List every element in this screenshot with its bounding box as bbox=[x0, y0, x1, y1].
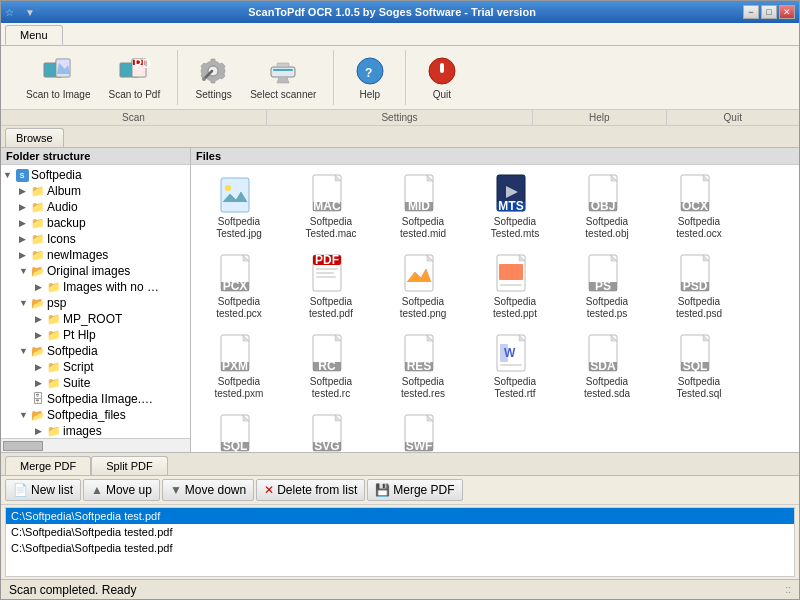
select-scanner-button[interactable]: Select scanner bbox=[241, 50, 325, 105]
window-controls: − □ ✕ bbox=[743, 5, 795, 19]
file-item[interactable]: RES Softpedia tested.res bbox=[379, 329, 467, 405]
file-item[interactable]: PS Softpedia tested.ps bbox=[563, 249, 651, 325]
file-item[interactable]: SWF Softpedia tested.swf bbox=[379, 409, 467, 452]
file-label: Softpedia tested.mid bbox=[384, 216, 462, 240]
file-label: Softpedia tested.sda bbox=[568, 376, 646, 400]
tree-arrow: ▶ bbox=[19, 234, 31, 244]
tree-item[interactable]: ▶ 📁 Pt Hlp bbox=[3, 327, 188, 343]
file-item[interactable]: W Softpedia Tested.rtf bbox=[471, 329, 559, 405]
file-label: Softpedia Tested.jpg bbox=[200, 216, 278, 240]
title-bar: ☆ ▼ ScanToPdf OCR 1.0.5 by Soges Softwar… bbox=[1, 1, 799, 23]
quit-icon bbox=[426, 55, 458, 87]
file-item[interactable]: SQL Softpedia Tested.sql bbox=[655, 329, 743, 405]
tree-item[interactable]: ▼ 📂 Original images bbox=[3, 263, 188, 279]
maximize-button[interactable]: □ bbox=[761, 5, 777, 19]
tree-item[interactable]: ▼ 📂 Softpedia bbox=[3, 343, 188, 359]
file-item[interactable]: MID Softpedia tested.mid bbox=[379, 169, 467, 245]
file-item[interactable]: Softpedia tested.png bbox=[379, 249, 467, 325]
merge-list: C:\Softpedia\Softpedia test.pdf C:\Softp… bbox=[5, 507, 795, 577]
file-item[interactable]: PDF Softpedia tested.pdf bbox=[287, 249, 375, 325]
tree-item[interactable]: ▶ 📁 Suite bbox=[3, 375, 188, 391]
move-down-button[interactable]: ▼ Move down bbox=[162, 479, 254, 501]
tree-item[interactable]: ▶ 📁 Audio bbox=[3, 199, 188, 215]
svg-rect-54 bbox=[500, 284, 522, 286]
file-item[interactable]: RC Softpedia tested.rc bbox=[287, 329, 375, 405]
files-pane: Files Softpedia Tested.jpg MAC Softpedia… bbox=[191, 148, 799, 452]
tree-item[interactable]: ▼ S Softpedia bbox=[3, 167, 188, 183]
file-label: Softpedia tested.ppt bbox=[476, 296, 554, 320]
close-button[interactable]: ✕ bbox=[779, 5, 795, 19]
file-item[interactable]: SVG Softpedia tested.svg bbox=[287, 409, 375, 452]
folder-icon: 📂 bbox=[31, 344, 45, 358]
toolbar-help-group: ? Help bbox=[334, 50, 406, 105]
settings-button[interactable]: Settings bbox=[186, 50, 241, 105]
new-list-button[interactable]: 📄 New list bbox=[5, 479, 81, 501]
file-label: Softpedia tested.pcx bbox=[200, 296, 278, 320]
tree-item[interactable]: 🗄 Softpedia IImage.mdb bbox=[3, 391, 188, 407]
file-label: Softpedia tested.obj bbox=[568, 216, 646, 240]
dropdown-icon[interactable]: ▼ bbox=[25, 5, 41, 19]
file-item[interactable]: SQL Softpedia tested.sql-... bbox=[195, 409, 283, 452]
quit-button[interactable]: Quit bbox=[414, 50, 469, 105]
tree-item-label: Softpedia_files bbox=[47, 408, 126, 422]
file-label: Softpedia Tested.mac bbox=[292, 216, 370, 240]
svg-rect-12 bbox=[277, 63, 289, 67]
folder-icon: 📁 bbox=[31, 216, 45, 230]
tree-item[interactable]: ▶ 📁 images bbox=[3, 423, 188, 438]
scan-to-image-button[interactable]: Scan to Image bbox=[17, 50, 99, 105]
tree-item[interactable]: ▶ 📁 Script bbox=[3, 359, 188, 375]
file-item[interactable]: MAC Softpedia Tested.mac bbox=[287, 169, 375, 245]
tree-scrollbar[interactable] bbox=[1, 438, 190, 452]
tree-item[interactable]: ▶ 📁 Icons bbox=[3, 231, 188, 247]
tree-item-label: Softpedia IImage.mdb bbox=[47, 392, 157, 406]
folder-tree: ▼ S Softpedia ▶ 📁 Album ▶ 📁 Audio bbox=[1, 165, 190, 438]
folder-icon: 📁 bbox=[31, 232, 45, 246]
section-help: Help bbox=[533, 110, 667, 125]
merge-toolbar: 📄 New list ▲ Move up ▼ Move down ✕ Delet… bbox=[1, 476, 799, 505]
tree-item[interactable]: ▼ 📂 psp bbox=[3, 295, 188, 311]
file-item[interactable]: MTS Softpedia Tested.mts bbox=[471, 169, 559, 245]
tree-item[interactable]: ▶ 📁 Images with no cr... bbox=[3, 279, 188, 295]
star-icon[interactable]: ☆ bbox=[5, 5, 21, 19]
tab-split-pdf[interactable]: Split PDF bbox=[91, 456, 167, 475]
folder-icon: 📂 bbox=[31, 296, 45, 310]
merge-list-item[interactable]: C:\Softpedia\Softpedia tested.pdf bbox=[6, 524, 794, 540]
file-item[interactable]: PSD Softpedia tested.psd bbox=[655, 249, 743, 325]
tree-item[interactable]: ▶ 📁 backup bbox=[3, 215, 188, 231]
file-item[interactable]: OBJ Softpedia tested.obj bbox=[563, 169, 651, 245]
merge-pdf-button[interactable]: 💾 Merge PDF bbox=[367, 479, 462, 501]
tab-menu[interactable]: Menu bbox=[5, 25, 63, 45]
move-up-button[interactable]: ▲ Move up bbox=[83, 479, 160, 501]
file-icon: OBJ bbox=[587, 174, 627, 214]
tree-item[interactable]: ▶ 📁 Album bbox=[3, 183, 188, 199]
tree-arrow: ▼ bbox=[19, 266, 31, 276]
file-icon: SQL bbox=[679, 334, 719, 374]
delete-button[interactable]: ✕ Delete from list bbox=[256, 479, 365, 501]
file-item[interactable]: OCX Softpedia tested.ocx bbox=[655, 169, 743, 245]
file-item[interactable]: SDA Softpedia tested.sda bbox=[563, 329, 651, 405]
file-icon: SDA bbox=[587, 334, 627, 374]
file-item[interactable]: Softpedia tested.ppt bbox=[471, 249, 559, 325]
merge-list-item[interactable]: C:\Softpedia\Softpedia tested.pdf bbox=[6, 540, 794, 556]
tree-item-label: Images with no cr... bbox=[63, 280, 163, 294]
help-button[interactable]: ? Help bbox=[342, 50, 397, 105]
tab-browse[interactable]: Browse bbox=[5, 128, 64, 147]
merge-list-item[interactable]: C:\Softpedia\Softpedia test.pdf bbox=[6, 508, 794, 524]
tree-item[interactable]: ▶ 📁 MP_ROOT bbox=[3, 311, 188, 327]
file-item[interactable]: PXM Softpedia tested.pxm bbox=[195, 329, 283, 405]
tab-merge-pdf[interactable]: Merge PDF bbox=[5, 456, 91, 475]
tree-item-label: MP_ROOT bbox=[63, 312, 122, 326]
tree-item-label: Album bbox=[47, 184, 81, 198]
tree-item-label: Pt Hlp bbox=[63, 328, 96, 342]
file-item[interactable]: PCX Softpedia tested.pcx bbox=[195, 249, 283, 325]
tree-item-label: Softpedia bbox=[31, 168, 82, 182]
scan-to-pdf-button[interactable]: PDF Scan to Pdf bbox=[99, 50, 169, 105]
resize-grip[interactable]: :: bbox=[785, 584, 791, 595]
tree-item[interactable]: ▼ 📂 Softpedia_files bbox=[3, 407, 188, 423]
minimize-button[interactable]: − bbox=[743, 5, 759, 19]
section-scan: Scan bbox=[1, 110, 267, 125]
file-label: Softpedia Tested.sql bbox=[660, 376, 738, 400]
file-item[interactable]: Softpedia Tested.jpg bbox=[195, 169, 283, 245]
tree-item[interactable]: ▶ 📁 newImages bbox=[3, 247, 188, 263]
file-icon: MAC bbox=[311, 174, 351, 214]
